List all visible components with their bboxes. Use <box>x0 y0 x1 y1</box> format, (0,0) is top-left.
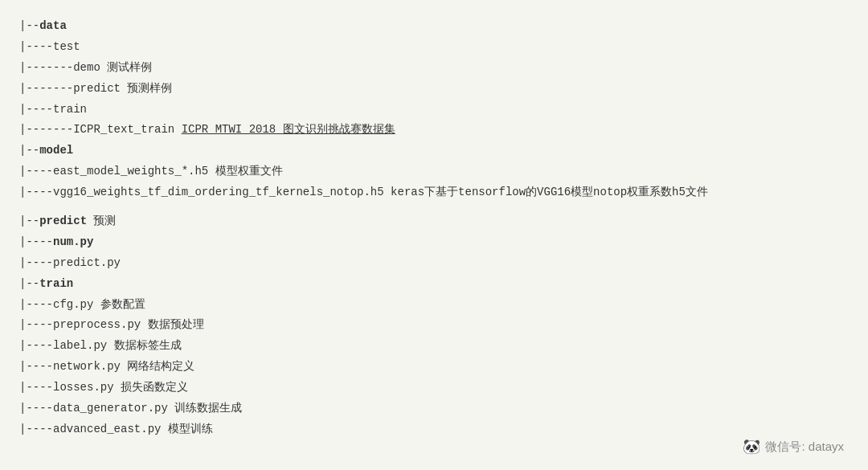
code-line: |----losses.py 损失函数定义 <box>19 378 849 398</box>
line-text: |----train <box>19 103 87 116</box>
line-text: |----test <box>19 40 80 53</box>
code-line: |--data <box>19 16 849 37</box>
line-text: |----vgg16_weights_tf_dim_ordering_tf_ke… <box>19 186 708 198</box>
line-prefix: |-- <box>19 277 39 290</box>
line-prefix: |---- <box>19 235 53 248</box>
code-line: |----east_model_weights_*.h5 模型权重文件 <box>19 161 849 182</box>
bold-text: predict <box>39 215 87 227</box>
code-line: |----advanced_east.py 模型训练 <box>19 419 849 440</box>
code-line: |----predict.py <box>19 253 849 274</box>
code-line: |----num.py <box>19 232 849 253</box>
bold-text: train <box>39 277 73 290</box>
line-rest: 预测 <box>87 215 116 227</box>
code-line: |--train <box>19 274 849 295</box>
line-text: |-------predict 预测样例 <box>19 82 172 95</box>
line-text: |-------ICPR_text_train <box>19 123 182 136</box>
line-text: |----advanced_east.py 模型训练 <box>19 423 213 435</box>
line-text: |----cfg.py 参数配置 <box>19 298 145 311</box>
line-text: |----predict.py <box>19 256 121 269</box>
line-text: |----east_model_weights_*.h5 模型权重文件 <box>19 165 283 178</box>
code-line: |----label.py 数据标签生成 <box>19 336 849 357</box>
code-line: |-------demo 测试样例 <box>19 58 849 79</box>
code-line: |--predict 预测 <box>19 211 849 232</box>
line-prefix: |-- <box>19 144 39 157</box>
line-text: |-------demo 测试样例 <box>19 61 152 74</box>
line-text: |----data_generator.py 训练数据生成 <box>19 402 242 415</box>
watermark-text: 微信号: datayx <box>765 439 844 455</box>
line-prefix: |-- <box>19 19 39 32</box>
underline-text: ICPR_MTWI_2018_图文识别挑战赛数据集 <box>182 123 395 136</box>
spacer <box>19 203 849 211</box>
code-line: |-------ICPR_text_train ICPR_MTWI_2018_图… <box>19 120 849 141</box>
code-line: |-------predict 预测样例 <box>19 79 849 100</box>
code-line: |----network.py 网络结构定义 <box>19 357 849 378</box>
wechat-icon: 🐼 <box>743 438 760 456</box>
bold-filename: num.py <box>53 235 93 248</box>
code-line: |----data_generator.py 训练数据生成 <box>19 398 849 419</box>
code-line: |--model <box>19 141 849 161</box>
bold-text: data <box>39 19 67 32</box>
code-line: |----test <box>19 37 849 58</box>
line-text: |----network.py 网络结构定义 <box>19 360 194 373</box>
bold-text: model <box>39 144 73 157</box>
code-line: |----preprocess.py 数据预处理 <box>19 315 849 336</box>
line-text: |----losses.py 损失函数定义 <box>19 381 188 394</box>
code-line: |----cfg.py 参数配置 <box>19 295 849 316</box>
line-prefix: |-- <box>19 215 39 227</box>
line-text: |----label.py 数据标签生成 <box>19 339 182 352</box>
watermark: 🐼 微信号: datayx <box>743 438 844 456</box>
code-line: |----train <box>19 100 849 121</box>
line-text: |----preprocess.py 数据预处理 <box>19 318 204 331</box>
code-line: |----vgg16_weights_tf_dim_ordering_tf_ke… <box>19 182 849 203</box>
